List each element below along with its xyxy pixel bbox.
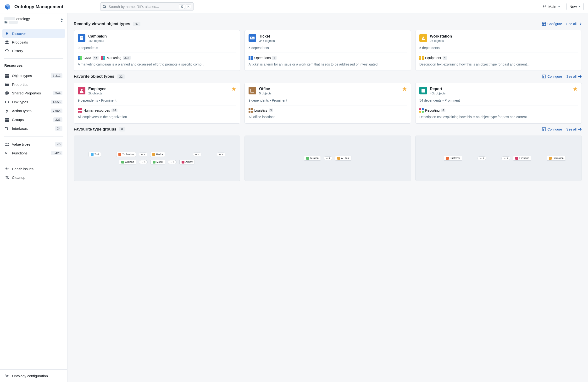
caret-down-icon	[579, 6, 581, 7]
group-tag[interactable]: Human resources 34	[78, 108, 117, 113]
functions-icon: fx	[5, 151, 9, 155]
section-count: 32	[117, 74, 124, 79]
svg-point-39	[81, 89, 83, 91]
section-title: Favorite object types	[74, 74, 114, 79]
nav-label: Properties	[12, 82, 28, 86]
card-description: A ticket is a term for an issue or a wor…	[249, 62, 407, 67]
svg-point-0	[103, 5, 105, 8]
nav-item-object-types[interactable]: Object types 3,312	[2, 71, 65, 80]
mini-link: ↔1	[168, 160, 177, 164]
card-title: Ticket	[259, 34, 275, 39]
card-meta: 9 dependents • Prominent	[78, 99, 236, 102]
card-meta: 9 dependents • Prominent	[249, 99, 407, 102]
type-group-card[interactable]: Customer↔1↔1ExclusionPromotion	[415, 136, 582, 181]
type-group-card[interactable]: Iteration↔1AB Test	[245, 136, 411, 181]
new-button[interactable]: New	[567, 3, 584, 10]
nav-count: 34	[55, 126, 63, 131]
group-icon	[249, 56, 253, 60]
svg-point-2	[543, 5, 544, 6]
object-type-card[interactable]: Employee 2k objects 9 dependents • Promi…	[74, 83, 240, 123]
group-tag[interactable]: Operations 4	[249, 56, 276, 60]
see-all-link[interactable]: See all	[566, 75, 582, 79]
history-icon	[5, 49, 9, 53]
nav-count: 3,312	[51, 73, 63, 78]
ontology-picker[interactable]: ontology	[0, 13, 67, 27]
group-name: Operations	[254, 56, 271, 60]
svg-rect-16	[6, 85, 9, 86]
group-count: 4	[272, 56, 276, 60]
see-all-link[interactable]: See all	[566, 22, 582, 26]
type-group-card[interactable]: TestTechnician↔1Works↔1↔1Airplane↔1Model…	[74, 136, 240, 181]
card-meta: 5 dependents	[249, 46, 407, 50]
svg-point-15	[5, 85, 6, 86]
card-title: Office	[259, 87, 272, 91]
nav-item-cleanup[interactable]: Cleanup	[2, 173, 65, 182]
group-tag[interactable]: CRM 46	[78, 56, 99, 60]
object-type-card[interactable]: Report 40k objects 54 dependents • Promi…	[415, 83, 582, 123]
svg-rect-9	[5, 76, 7, 78]
mini-node: Iteration	[304, 156, 321, 161]
mini-node: Works	[150, 152, 165, 157]
svg-point-5	[5, 41, 7, 42]
nav-item-history[interactable]: History	[2, 46, 65, 55]
svg-point-13	[5, 84, 6, 85]
svg-rect-36	[542, 75, 546, 78]
folder-icon	[4, 21, 8, 24]
nav-item-health-issues[interactable]: Health issues	[2, 164, 65, 173]
card-title: Report	[430, 87, 446, 91]
kbd-shortcut: ⌘ K	[179, 4, 191, 9]
svg-rect-34	[251, 37, 252, 38]
nav-count: 7,665	[51, 109, 63, 113]
branch-selector[interactable]: Main	[539, 3, 563, 10]
object-type-card[interactable]: Campaign 16k objects 9 dependents CRM 46…	[74, 30, 240, 71]
configure-link[interactable]: Configure	[542, 75, 562, 79]
group-icon	[249, 108, 253, 113]
health-issues-icon	[5, 167, 9, 171]
branch-icon	[543, 5, 546, 9]
group-tag[interactable]: Logistics 3	[249, 108, 273, 113]
nav-item-interfaces[interactable]: Interfaces 34	[2, 124, 65, 133]
nav-item-discover[interactable]: Discover	[2, 29, 65, 38]
configure-link[interactable]: Configure	[542, 127, 562, 131]
svg-rect-27	[542, 22, 546, 26]
nav-label: Discover	[12, 32, 26, 36]
nav-item-value-types[interactable]: Value types 45	[2, 140, 65, 149]
group-name: Logistics	[254, 109, 267, 112]
nav-item-action-types[interactable]: Action types 7,665	[2, 106, 65, 115]
svg-rect-10	[7, 76, 9, 78]
object-type-card[interactable]: Workstation 2k objects 5 dependents Equi…	[415, 30, 582, 71]
mini-node: Test	[88, 152, 101, 157]
configure-link[interactable]: Configure	[542, 22, 562, 26]
nav-item-shared-properties[interactable]: Shared Properties 344	[2, 89, 65, 98]
nav-item-groups[interactable]: Groups 223	[2, 115, 65, 124]
section-title: Favourite type groups	[74, 127, 117, 132]
group-tag[interactable]: Equipment 4	[419, 56, 447, 60]
svg-rect-46	[542, 128, 546, 131]
expand-collapse-icon[interactable]	[61, 19, 63, 22]
svg-line-1	[105, 7, 106, 8]
nav-item-properties[interactable]: Properties	[2, 80, 65, 89]
mini-node: Technician	[116, 152, 136, 157]
nav-item-functions[interactable]: fx Functions 5,423	[2, 149, 65, 158]
nav-item-proposals[interactable]: Proposals	[2, 38, 65, 46]
star-icon[interactable]	[402, 87, 407, 92]
mini-link: ↔1	[501, 156, 510, 160]
see-all-link[interactable]: See all	[566, 127, 582, 131]
object-type-card[interactable]: Office 5 objects 9 dependents • Prominen…	[245, 83, 411, 123]
star-icon[interactable]	[231, 87, 236, 92]
group-count: 34	[111, 109, 117, 112]
nav-label: Action types	[12, 109, 32, 113]
group-tag[interactable]: Marketing 332	[101, 56, 131, 60]
svg-rect-40	[251, 89, 254, 92]
card-description: Description text explaining how this is …	[419, 115, 578, 119]
nav-item-link-types[interactable]: Link types 4,555	[2, 98, 65, 106]
star-icon[interactable]	[573, 87, 578, 92]
svg-point-6	[7, 41, 9, 42]
ontology-config-button[interactable]: Ontology configuration	[2, 371, 65, 380]
object-type-icon	[419, 34, 427, 42]
svg-rect-12	[6, 83, 9, 83]
object-type-card[interactable]: Ticket 34k objects 5 dependents Operatio…	[245, 30, 411, 71]
group-tag[interactable]: Reporting 4	[419, 108, 445, 113]
svg-point-3	[543, 7, 544, 8]
svg-point-24	[7, 143, 9, 146]
